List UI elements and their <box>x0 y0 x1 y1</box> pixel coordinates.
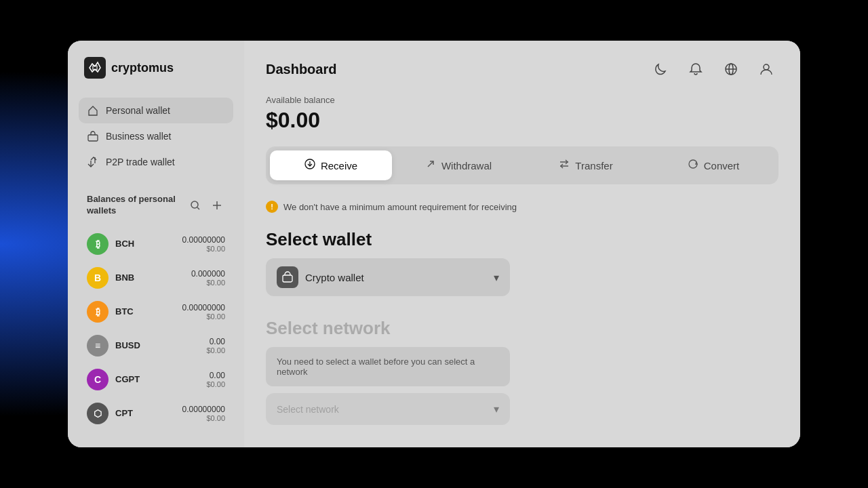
svg-rect-16 <box>283 275 292 282</box>
svg-rect-0 <box>84 57 106 79</box>
wallet-list: ₿ BCH 0.00000000 $0.00 B BNB 0.000000 $0… <box>79 228 233 431</box>
wallet-item-btc[interactable]: ₿ BTC 0.00000000 $0.00 <box>79 296 233 328</box>
personal-wallet-icon <box>87 104 99 117</box>
action-tabs: ReceiveWithdrawalTransferConvert <box>266 146 778 184</box>
share-wallet-section: Share wallet address Select wallet and n… <box>266 447 778 447</box>
business-wallet-icon <box>87 130 99 142</box>
user-icon[interactable] <box>754 57 778 81</box>
select-network-heading: Select network <box>266 318 778 339</box>
balances-section-header: Balances of personal wallets <box>79 186 233 222</box>
cpt-name: CPT <box>115 408 176 418</box>
network-message: You need to select a wallet before you c… <box>266 347 510 386</box>
sidebar: cryptomus Personal walletBusiness wallet… <box>68 41 244 447</box>
svg-line-6 <box>197 207 199 209</box>
select-network-section: Select network You need to select a wall… <box>266 318 778 425</box>
withdrawal-tab-icon <box>425 159 436 172</box>
transfer-tab-icon <box>559 159 570 172</box>
crypto-wallet-icon <box>277 266 298 288</box>
busd-name: BUSD <box>115 340 199 350</box>
busd-icon: ≡ <box>87 335 108 357</box>
moon-icon[interactable] <box>648 57 673 81</box>
wallet-dropdown-left: Crypto wallet <box>277 266 364 288</box>
logo: cryptomus <box>79 57 233 79</box>
svg-point-5 <box>191 201 198 208</box>
logo-icon <box>84 57 106 79</box>
btc-icon: ₿ <box>87 301 108 323</box>
info-icon: ! <box>266 201 278 213</box>
tab-convert[interactable]: Convert <box>652 150 774 180</box>
svg-line-15 <box>428 161 433 167</box>
wallet-item-cpt[interactable]: ⬡ CPT 0.00000000 $0.00 <box>79 397 233 430</box>
nav-label-p2p-trade-wallet: P2P trade wallet <box>106 157 175 167</box>
bnb-icon: B <box>87 267 108 289</box>
select-network-label: Select network <box>277 404 339 415</box>
btc-balance: 0.00000000 $0.00 <box>182 303 225 321</box>
network-chevron-icon: ▾ <box>494 403 499 415</box>
nav-items: Personal walletBusiness walletP2P trade … <box>79 98 233 175</box>
globe-icon[interactable] <box>719 57 743 81</box>
select-wallet-section: Select wallet Crypto wallet ▾ <box>266 229 778 296</box>
busd-balance: 0.00 $0.00 <box>206 337 225 354</box>
share-wallet-heading: Share wallet address <box>266 447 778 447</box>
nav-label-personal-wallet: Personal wallet <box>106 105 170 116</box>
bnb-name: BNB <box>115 272 184 283</box>
section-actions <box>187 197 225 214</box>
convert-tab-icon <box>688 159 698 172</box>
app-container: cryptomus Personal walletBusiness wallet… <box>68 41 800 447</box>
info-text: We don't have a minimum amount requireme… <box>283 202 517 212</box>
bch-icon: ₿ <box>87 233 108 255</box>
sidebar-item-business-wallet[interactable]: Business wallet <box>79 123 233 149</box>
wallet-item-cgpt[interactable]: C CGPT 0.00 $0.00 <box>79 363 233 396</box>
wallet-item-bch[interactable]: ₿ BCH 0.00000000 $0.00 <box>79 228 233 260</box>
tab-receive[interactable]: Receive <box>270 150 392 180</box>
cpt-balance: 0.00000000 $0.00 <box>182 405 225 422</box>
bell-icon[interactable] <box>684 57 708 81</box>
content-area: ! We don't have a minimum amount require… <box>266 201 778 447</box>
convert-tab-label: Convert <box>704 160 740 171</box>
svg-rect-2 <box>88 135 98 141</box>
bch-balance: 0.00000000 $0.00 <box>182 235 225 253</box>
cgpt-balance: 0.00 $0.00 <box>206 371 225 388</box>
sidebar-item-personal-wallet[interactable]: Personal wallet <box>79 98 233 123</box>
nav-label-business-wallet: Business wallet <box>106 131 172 142</box>
wallet-item-bnb[interactable]: B BNB 0.000000 $0.00 <box>79 262 233 294</box>
balance-label: Available balance <box>266 95 778 105</box>
p2p-trade-wallet-icon <box>87 156 99 168</box>
select-network-dropdown[interactable]: Select network ▾ <box>266 393 510 425</box>
bnb-balance: 0.000000 $0.00 <box>191 269 225 287</box>
balance-section: Available balance $0.00 <box>266 95 778 133</box>
wallet-item-busd[interactable]: ≡ BUSD 0.00 $0.00 <box>79 329 233 362</box>
balance-amount: $0.00 <box>266 108 778 133</box>
page-title: Dashboard <box>266 62 336 77</box>
info-banner: ! We don't have a minimum amount require… <box>266 201 778 213</box>
cgpt-icon: C <box>87 369 108 390</box>
svg-point-12 <box>764 64 769 70</box>
tab-transfer[interactable]: Transfer <box>525 150 647 180</box>
add-wallet-btn[interactable] <box>209 197 225 214</box>
receive-tab-icon <box>304 159 315 172</box>
withdrawal-tab-label: Withdrawal <box>441 160 492 171</box>
bch-name: BCH <box>115 239 176 249</box>
receive-tab-label: Receive <box>321 160 357 171</box>
tab-withdrawal[interactable]: Withdrawal <box>397 150 519 180</box>
main-content: Dashboard Available balance $0.00 Rec <box>244 41 800 447</box>
top-icons <box>648 57 778 81</box>
balances-section-title: Balances of personal wallets <box>87 194 187 217</box>
btc-name: BTC <box>115 306 176 317</box>
search-icon-btn[interactable] <box>187 197 203 214</box>
wallet-dropdown[interactable]: Crypto wallet ▾ <box>266 258 510 296</box>
select-wallet-heading: Select wallet <box>266 229 778 250</box>
sidebar-item-p2p-trade-wallet[interactable]: P2P trade wallet <box>79 149 233 175</box>
cgpt-name: CGPT <box>115 374 199 384</box>
wallet-dropdown-label: Crypto wallet <box>305 272 364 283</box>
top-bar: Dashboard <box>266 57 778 81</box>
logo-text: cryptomus <box>111 61 174 75</box>
chevron-down-icon: ▾ <box>494 271 499 284</box>
transfer-tab-label: Transfer <box>575 160 612 171</box>
cpt-icon: ⬡ <box>87 403 108 424</box>
